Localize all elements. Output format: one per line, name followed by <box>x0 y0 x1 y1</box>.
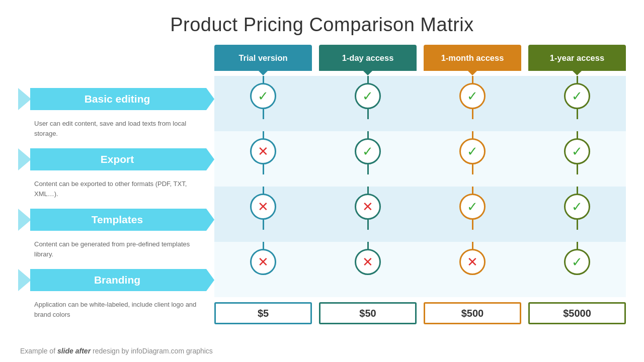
footer-note: Example of slide after redesign by infoD… <box>20 347 213 355</box>
grid-row-export: ✕✓✓✓ <box>214 131 626 187</box>
check-icon: ✓ <box>467 88 478 104</box>
feature-icon-branding-trial: ✕ <box>250 249 276 275</box>
feature-notch-icon <box>18 88 31 110</box>
feature-label: Export <box>101 153 144 165</box>
vertical-line-bottom <box>263 220 264 230</box>
check-icon: ✓ <box>572 199 583 215</box>
feature-icon-branding-year: ✓ <box>564 249 590 275</box>
check-icon: ✓ <box>467 199 478 215</box>
feature-block-basic-editing: Basic editingUser can edit content, save… <box>18 82 214 142</box>
feature-icon-templates-year: ✓ <box>564 194 590 220</box>
feature-description: Content can be exported to other formats… <box>18 176 214 203</box>
vertical-line-bottom <box>577 109 578 119</box>
feature-icon-export-trial: ✕ <box>250 138 276 164</box>
feature-icon-export-month: ✓ <box>459 138 486 164</box>
check-icon: ✓ <box>572 254 583 270</box>
check-icon: ✓ <box>362 144 373 159</box>
cross-icon: ✕ <box>362 199 373 215</box>
cross-icon: ✕ <box>467 254 478 270</box>
feature-icon-basic-editing-month: ✓ <box>459 83 486 109</box>
vertical-line-bottom <box>263 164 264 174</box>
check-icon: ✓ <box>467 144 478 159</box>
check-icon: ✓ <box>572 88 583 104</box>
feature-icon-basic-editing-trial: ✓ <box>250 83 276 109</box>
feature-label: Branding <box>94 274 150 286</box>
feature-label: Templates <box>92 214 153 226</box>
feature-icon-basic-editing-year: ✓ <box>564 83 590 109</box>
cross-icon: ✕ <box>258 199 269 215</box>
grid-row-branding: ✕✕✕✓ <box>214 242 626 297</box>
check-icon: ✓ <box>258 88 269 104</box>
cross-icon: ✕ <box>258 144 269 159</box>
page-title: Product Pricing Comparison Matrix <box>0 0 644 45</box>
plans-grid: Trial version1-day access1-month access1… <box>214 45 626 324</box>
vertical-line-bottom <box>367 109 369 119</box>
feature-icon-branding-day: ✕ <box>355 249 381 275</box>
vertical-line-bottom <box>472 109 473 119</box>
vertical-line-bottom <box>472 220 473 230</box>
vertical-line-bottom <box>472 164 473 174</box>
plan-header-day: 1-day access <box>319 45 417 71</box>
vertical-line-bottom <box>367 164 369 174</box>
feature-icon-branding-month: ✕ <box>459 249 486 275</box>
feature-label: Basic editing <box>85 93 160 105</box>
price-month: $500 <box>424 302 521 324</box>
vertical-line-bottom <box>367 220 369 230</box>
feature-icon-basic-editing-day: ✓ <box>355 83 381 109</box>
feature-notch-icon <box>18 269 31 291</box>
plan-headers: Trial version1-day access1-month access1… <box>214 45 626 71</box>
vertical-line-bottom <box>577 220 578 230</box>
cross-icon: ✕ <box>362 254 373 270</box>
price-year: $5000 <box>528 302 626 324</box>
price-day: $50 <box>319 302 417 324</box>
feature-rows: ✓✓✓✓✕✓✓✓✕✕✓✓✕✕✕✓ <box>214 76 626 297</box>
plan-header-trial: Trial version <box>214 45 312 71</box>
grid-row-basic-editing: ✓✓✓✓ <box>214 76 626 131</box>
price-row: $5$50$500$5000 <box>214 302 626 324</box>
feature-description: Application can be white-labeled, includ… <box>18 297 214 323</box>
feature-block-branding: BrandingApplication can be white-labeled… <box>18 263 214 323</box>
grid-row-templates: ✕✕✓✓ <box>214 187 626 242</box>
feature-description: Content can be generated from pre-define… <box>18 237 214 263</box>
feature-icon-templates-month: ✓ <box>459 194 486 220</box>
feature-notch-icon <box>18 148 31 170</box>
feature-icon-export-day: ✓ <box>355 138 381 164</box>
check-icon: ✓ <box>362 88 373 104</box>
cross-icon: ✕ <box>258 254 269 270</box>
feature-description: User can edit content, save and load tex… <box>18 116 214 142</box>
vertical-line-bottom <box>577 164 578 174</box>
feature-icon-templates-trial: ✕ <box>250 194 276 220</box>
feature-block-export: ExportContent can be exported to other f… <box>18 142 214 203</box>
vertical-line-bottom <box>263 109 264 119</box>
features-column: Basic editingUser can edit content, save… <box>18 45 214 324</box>
feature-icon-export-year: ✓ <box>564 138 590 164</box>
feature-block-templates: TemplatesContent can be generated from p… <box>18 203 214 263</box>
check-icon: ✓ <box>572 144 583 159</box>
plan-header-year: 1-year access <box>528 45 626 71</box>
feature-icon-templates-day: ✕ <box>355 194 381 220</box>
plan-header-month: 1-month access <box>424 45 521 71</box>
feature-notch-icon <box>18 209 31 231</box>
price-trial: $5 <box>214 302 312 324</box>
